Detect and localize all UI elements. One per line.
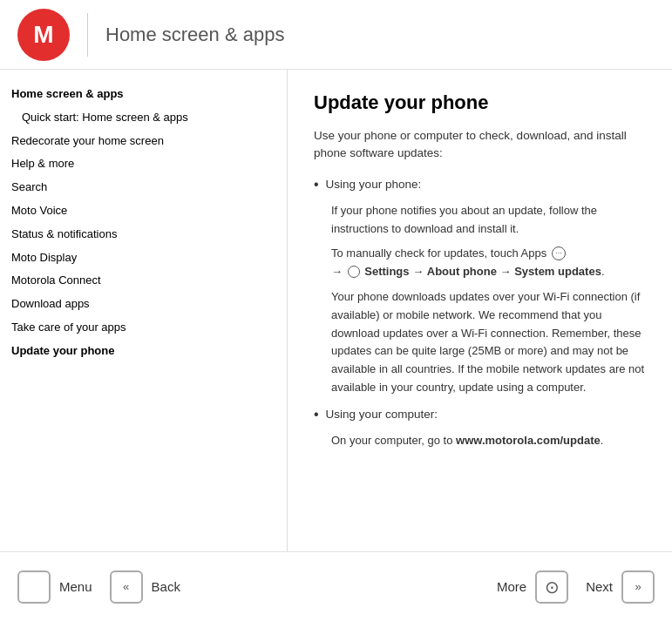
more-icon: ⊙ — [535, 570, 568, 604]
bullet-computer: • Using your computer: — [314, 406, 646, 423]
menu-label: Menu — [59, 579, 92, 594]
next-button[interactable]: Next » — [586, 570, 655, 604]
bullet-label-2: Using your computer: — [326, 406, 438, 423]
bullet-label-1: Using your phone: — [326, 176, 422, 193]
footer-right: More ⊙ Next » — [497, 570, 655, 604]
next-label: Next — [586, 579, 613, 594]
sidebar-item-search[interactable]: Search — [4, 176, 282, 199]
footer: Menu « Back More ⊙ Next » — [0, 551, 672, 621]
sidebar-item-update-phone[interactable]: Update your phone — [4, 340, 282, 363]
apps-icon: ⋯ — [552, 246, 566, 260]
sidebar-item-help-more[interactable]: Help & more — [4, 152, 282, 176]
settings-label: Settings — [364, 265, 409, 278]
header-divider — [87, 13, 88, 57]
content-area: Update your phone Use your phone or comp… — [288, 70, 672, 551]
page-title: Home screen & apps — [105, 24, 284, 46]
content-intro: Use your phone or computer to check, dow… — [314, 127, 646, 163]
main-container: Home screen & apps Quick start: Home scr… — [0, 70, 672, 551]
settings-icon — [348, 266, 360, 278]
content-title: Update your phone — [314, 91, 646, 114]
sidebar-item-moto-display[interactable]: Moto Display — [4, 246, 282, 270]
more-label: More — [497, 579, 526, 594]
sub-block-computer: On your computer, go to www.motorola.com… — [331, 432, 646, 450]
sidebar-item-take-care[interactable]: Take care of your apps — [4, 316, 282, 340]
sub-text-manual: To manually check for updates, touch App… — [331, 245, 646, 281]
sub-block-phone: If your phone notifies you about an upda… — [331, 202, 646, 397]
system-updates-label: System updates — [514, 265, 601, 278]
sidebar-item-motorola-connect[interactable]: Motorola Connect — [4, 269, 282, 293]
motorola-url[interactable]: www.motorola.com/update — [456, 434, 601, 447]
back-icon: « — [110, 570, 143, 604]
bullet-dot-2: • — [314, 407, 319, 422]
sub-text-wifi: Your phone downloads updates over your W… — [331, 288, 646, 397]
header: M Home screen & apps — [0, 0, 672, 70]
sidebar-item-redecorate[interactable]: Redecorate your home screen — [4, 130, 282, 153]
next-icon: » — [621, 570, 655, 604]
more-button[interactable]: More ⊙ — [497, 570, 568, 604]
sidebar-item-download-apps[interactable]: Download apps — [4, 293, 282, 316]
bullet-dot-1: • — [314, 177, 319, 192]
sub-text-computer: On your computer, go to www.motorola.com… — [331, 432, 646, 450]
about-phone-label: About phone — [427, 265, 497, 278]
motorola-logo: M — [17, 9, 70, 61]
sidebar-item-quick-start[interactable]: Quick start: Home screen & apps — [4, 106, 282, 130]
menu-icon — [17, 570, 51, 604]
sidebar-item-moto-voice[interactable]: Moto Voice — [4, 199, 282, 223]
bullet-phone: • Using your phone: — [314, 176, 646, 193]
menu-button[interactable]: Menu — [17, 570, 92, 604]
sidebar-item-home-screen-apps[interactable]: Home screen & apps — [4, 83, 282, 106]
sidebar: Home screen & apps Quick start: Home scr… — [0, 70, 288, 551]
sidebar-item-status-notifications[interactable]: Status & notifications — [4, 223, 282, 246]
logo-letter: M — [33, 21, 53, 49]
sub-text-notify: If your phone notifies you about an upda… — [331, 202, 646, 239]
back-label: Back — [152, 579, 180, 594]
footer-left: Menu « Back — [17, 570, 180, 604]
back-button[interactable]: « Back — [110, 570, 180, 604]
